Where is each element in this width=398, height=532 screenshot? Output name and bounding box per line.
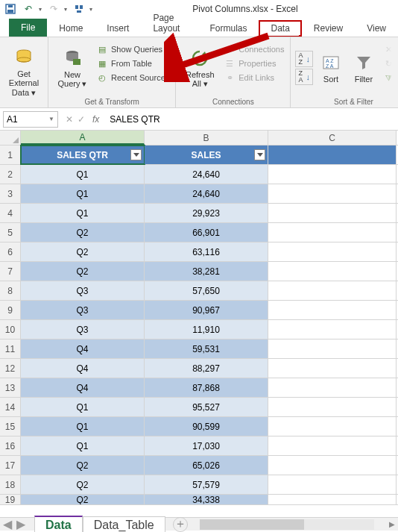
get-external-data-button[interactable]: Get External Data ▾ — [4, 40, 43, 104]
cell-sales[interactable]: 24,640 — [145, 165, 268, 184]
cell-sales-qtr[interactable]: Q1 — [21, 398, 145, 416]
cell-sales-qtr[interactable]: Q1 — [21, 184, 145, 203]
tab-insert[interactable]: Insert — [95, 20, 141, 37]
cell[interactable] — [268, 204, 397, 222]
advanced-button[interactable]: ⧩Ad — [382, 71, 398, 84]
cell[interactable] — [268, 398, 397, 416]
row-number[interactable]: 10 — [0, 320, 21, 339]
cell-sales-qtr[interactable]: Q3 — [21, 281, 145, 300]
cell[interactable] — [268, 281, 397, 300]
scroll-right-icon[interactable]: ▶ — [386, 520, 398, 528]
redo-icon[interactable]: ↷ — [48, 3, 60, 15]
sheet-tab-data-table[interactable]: Data_Table — [83, 516, 165, 532]
cell[interactable] — [268, 495, 397, 504]
row-number[interactable]: 14 — [0, 398, 21, 416]
row-number[interactable]: 4 — [0, 204, 21, 222]
name-box[interactable]: A1 ▼ — [3, 111, 58, 128]
cell-sales-qtr[interactable]: Q2 — [21, 223, 145, 242]
horizontal-scrollbar[interactable]: ◀▶ Data Data_Table ＋ ▶ — [0, 517, 398, 531]
cell[interactable] — [268, 184, 397, 203]
cell-sales[interactable]: 38,281 — [145, 262, 268, 281]
cell-sales-qtr[interactable]: Q4 — [21, 339, 145, 358]
cell[interactable] — [268, 320, 397, 339]
cell[interactable] — [268, 242, 397, 261]
sheet-prev-icon[interactable]: ◀ — [3, 517, 12, 531]
cell[interactable] — [268, 339, 397, 358]
column-header-b[interactable]: B — [145, 131, 268, 145]
tab-home[interactable]: Home — [47, 20, 95, 37]
cell[interactable] — [268, 378, 397, 397]
cell-sales[interactable]: 29,923 — [145, 204, 268, 222]
cell-sales[interactable]: 63,116 — [145, 242, 268, 261]
cell-sales-qtr[interactable]: Q1 — [21, 436, 145, 455]
cell-sales[interactable]: 57,650 — [145, 281, 268, 300]
cell-sales-qtr[interactable]: Q2 — [21, 262, 145, 281]
row-number[interactable]: 17 — [0, 456, 21, 475]
sort-asc-button[interactable]: AZ↓ — [295, 51, 313, 67]
from-table-button[interactable]: ▦From Table — [95, 57, 171, 70]
cell-sales[interactable]: 87,868 — [145, 378, 268, 397]
refresh-all-button[interactable]: Refresh All ▾ — [180, 40, 219, 96]
row-number[interactable]: 1 — [0, 145, 21, 164]
filter-button[interactable]: Filter — [349, 40, 379, 96]
filter-dropdown-button[interactable] — [254, 149, 265, 160]
cell-sales-qtr[interactable]: Q1 — [21, 165, 145, 184]
cell-sales[interactable]: 11,910 — [145, 320, 268, 339]
cell-sales-qtr[interactable]: Q3 — [21, 301, 145, 319]
cell-sales[interactable]: 59,531 — [145, 339, 268, 358]
tab-data[interactable]: Data — [259, 20, 301, 37]
row-number[interactable]: 5 — [0, 223, 21, 242]
sort-desc-button[interactable]: ZA↓ — [295, 69, 313, 85]
cell-sales-qtr[interactable]: Q2 — [21, 495, 145, 504]
row-number[interactable]: 2 — [0, 165, 21, 184]
cell-sales-qtr[interactable]: Q2 — [21, 242, 145, 261]
formula-input[interactable]: SALES QTR — [105, 114, 395, 125]
cell-sales-qtr[interactable]: Q3 — [21, 320, 145, 339]
header-cell-sales-qtr[interactable]: SALES QTR — [21, 145, 145, 164]
row-number[interactable]: 15 — [0, 417, 21, 436]
cell-sales-qtr[interactable]: Q2 — [21, 475, 145, 494]
tab-file[interactable]: File — [9, 19, 47, 37]
row-number[interactable]: 13 — [0, 378, 21, 397]
scroll-thumb[interactable] — [200, 519, 305, 530]
cell-sales[interactable]: 24,640 — [145, 184, 268, 203]
cell[interactable] — [268, 456, 397, 475]
sheet-next-icon[interactable]: ▶ — [16, 517, 25, 531]
cell[interactable] — [268, 145, 397, 164]
tab-page-layout[interactable]: Page Layout — [141, 10, 198, 37]
cell-sales[interactable]: 17,030 — [145, 436, 268, 455]
cell-sales[interactable]: 88,297 — [145, 359, 268, 378]
cell[interactable] — [268, 223, 397, 242]
row-number[interactable]: 9 — [0, 301, 21, 319]
row-number[interactable]: 18 — [0, 475, 21, 494]
column-header-a[interactable]: A — [21, 131, 145, 145]
cell-sales[interactable]: 34,338 — [145, 495, 268, 504]
cell-sales[interactable]: 90,599 — [145, 417, 268, 436]
recent-sources-button[interactable]: ◴Recent Sources — [95, 71, 171, 84]
add-sheet-button[interactable]: ＋ — [173, 517, 188, 532]
cell-sales-qtr[interactable]: Q2 — [21, 456, 145, 475]
cell-sales-qtr[interactable]: Q4 — [21, 378, 145, 397]
tab-view[interactable]: View — [355, 20, 398, 37]
sheet-tab-data[interactable]: Data — [34, 516, 83, 532]
filter-dropdown-button[interactable] — [130, 149, 142, 160]
select-all-triangle[interactable] — [0, 131, 21, 145]
tab-review[interactable]: Review — [302, 20, 355, 37]
cell[interactable] — [268, 301, 397, 319]
header-cell-sales[interactable]: SALES — [145, 145, 268, 164]
row-number[interactable]: 16 — [0, 436, 21, 455]
sort-button[interactable]: A ZZ A Sort — [316, 40, 346, 96]
undo-icon[interactable]: ↶ — [22, 3, 34, 15]
row-number[interactable]: 11 — [0, 339, 21, 358]
tab-formulas[interactable]: Formulas — [198, 20, 259, 37]
cell[interactable] — [268, 165, 397, 184]
chevron-down-icon[interactable]: ▼ — [48, 116, 54, 122]
cell-sales[interactable]: 95,527 — [145, 398, 268, 416]
row-number[interactable]: 6 — [0, 242, 21, 261]
cell-sales[interactable]: 66,901 — [145, 223, 268, 242]
row-number[interactable]: 12 — [0, 359, 21, 378]
fx-icon[interactable]: fx — [92, 114, 104, 125]
cell-sales[interactable]: 90,967 — [145, 301, 268, 319]
cell[interactable] — [268, 359, 397, 378]
show-queries-button[interactable]: ▤Show Queries — [95, 43, 171, 56]
